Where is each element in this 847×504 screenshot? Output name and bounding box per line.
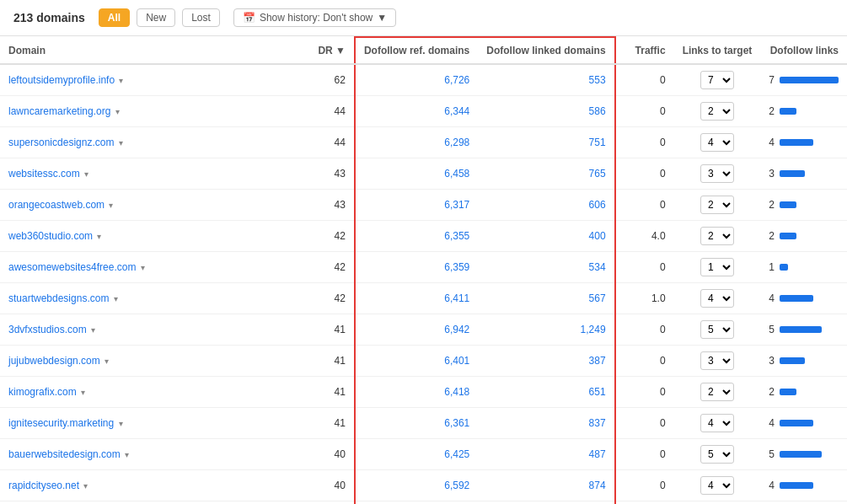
chevron-down-icon: ▼ bbox=[377, 12, 387, 24]
dofollow-ref-link[interactable]: 6,425 bbox=[444, 448, 469, 460]
col-header-dofollow-links[interactable]: Dofollow links bbox=[760, 37, 847, 64]
domain-link[interactable]: orangecoastweb.com bbox=[8, 199, 105, 211]
domain-dropdown-icon[interactable]: ▾ bbox=[84, 169, 88, 179]
dofollow-linked-link[interactable]: 487 bbox=[589, 448, 606, 460]
domain-link[interactable]: web360studio.com bbox=[8, 230, 93, 242]
domain-dropdown-icon[interactable]: ▾ bbox=[105, 357, 109, 366]
cell-dofollow-links: 3 bbox=[760, 158, 847, 190]
domain-link[interactable]: stuartwebdesigns.com bbox=[8, 292, 109, 304]
col-header-traffic[interactable]: Traffic bbox=[615, 37, 674, 64]
domain-link[interactable]: ignitesecurity.marketing bbox=[8, 417, 114, 429]
dofollow-linked-link[interactable]: 400 bbox=[589, 230, 606, 242]
dofollow-ref-link[interactable]: 6,361 bbox=[444, 417, 469, 429]
history-button[interactable]: 📅 Show history: Don't show ▼ bbox=[233, 8, 396, 27]
links-to-target-select[interactable]: 2 bbox=[700, 383, 734, 401]
domain-dropdown-icon[interactable]: ▾ bbox=[81, 388, 85, 397]
dofollow-ref-link[interactable]: 6,355 bbox=[444, 230, 469, 242]
dofollow-ref-link[interactable]: 6,298 bbox=[444, 137, 469, 148]
col-header-dr[interactable]: DR ▼ bbox=[304, 37, 355, 64]
domain-link[interactable]: awesomewebsites4free.com bbox=[8, 261, 136, 273]
links-to-target-select[interactable]: 4 bbox=[700, 289, 734, 308]
dofollow-linked-link[interactable]: 1,249 bbox=[581, 324, 606, 335]
domain-link[interactable]: jujubwebdesign.com bbox=[8, 355, 100, 367]
cell-dr: 43 bbox=[304, 158, 355, 190]
domain-dropdown-icon[interactable]: ▾ bbox=[114, 294, 118, 303]
dofollow-ref-link[interactable]: 6,458 bbox=[444, 168, 469, 180]
domain-link[interactable]: lawncaremarketing.org bbox=[8, 105, 110, 117]
filter-all-button[interactable]: All bbox=[99, 8, 130, 27]
dofollow-linked-link[interactable]: 387 bbox=[589, 355, 606, 367]
domain-dropdown-icon[interactable]: ▾ bbox=[125, 450, 129, 459]
cell-dofollow-ref: 6,401 bbox=[355, 346, 478, 377]
domain-link[interactable]: 3dvfxstudios.com bbox=[8, 324, 87, 335]
links-to-target-select[interactable]: 5 bbox=[700, 445, 734, 464]
dofollow-ref-link[interactable]: 6,344 bbox=[444, 105, 469, 117]
dofollow-linked-link[interactable]: 606 bbox=[589, 199, 606, 211]
links-to-target-select[interactable]: 3 bbox=[700, 351, 734, 370]
dofollow-ref-link[interactable]: 6,401 bbox=[444, 355, 469, 367]
dofollow-ref-link[interactable]: 6,942 bbox=[444, 324, 469, 335]
col-header-dofollow-linked[interactable]: Dofollow linked domains bbox=[478, 37, 614, 64]
cell-traffic: 1.0 bbox=[615, 283, 674, 314]
filter-lost-button[interactable]: Lost bbox=[182, 8, 220, 27]
domain-dropdown-icon[interactable]: ▾ bbox=[109, 201, 113, 210]
dofollow-linked-link[interactable]: 586 bbox=[589, 105, 606, 117]
table-header: Domain DR ▼ Dofollow ref. domains Dofoll… bbox=[0, 37, 847, 64]
domain-link[interactable]: websitessc.com bbox=[8, 168, 80, 180]
domain-link[interactable]: kimografix.com bbox=[8, 386, 77, 398]
dofollow-links-bar bbox=[780, 451, 822, 458]
domain-link[interactable]: leftoutsidemyprofile.info bbox=[8, 74, 115, 86]
domain-dropdown-icon[interactable]: ▾ bbox=[119, 138, 123, 147]
links-to-target-select[interactable]: 4 bbox=[700, 476, 734, 495]
domain-dropdown-icon[interactable]: ▾ bbox=[91, 325, 95, 335]
links-to-target-select[interactable]: 2 bbox=[700, 102, 734, 121]
links-to-target-select[interactable]: 4 bbox=[700, 414, 734, 432]
dofollow-linked-link[interactable]: 567 bbox=[589, 292, 606, 304]
cell-traffic: 0 bbox=[615, 158, 674, 190]
domain-link[interactable]: rapidcityseo.net bbox=[8, 480, 79, 491]
links-to-target-select[interactable]: 3 bbox=[700, 164, 734, 183]
domain-link[interactable]: supersonicdesignz.com bbox=[8, 137, 114, 148]
cell-dofollow-links: 2 bbox=[760, 221, 847, 252]
cell-domain: kimografix.com ▾ bbox=[0, 377, 304, 408]
col-header-dofollow-ref[interactable]: Dofollow ref. domains bbox=[355, 37, 478, 64]
dofollow-linked-link[interactable]: 534 bbox=[589, 261, 606, 273]
cell-links-to-target: 3 bbox=[674, 346, 761, 377]
dofollow-links-count: 4 bbox=[769, 417, 775, 429]
cell-traffic: 4.0 bbox=[615, 221, 674, 252]
cell-dofollow-links: 1 bbox=[760, 252, 847, 283]
domain-link[interactable]: bauerwebsitedesign.com bbox=[8, 448, 121, 460]
col-header-links-to-target[interactable]: Links to target bbox=[674, 37, 761, 64]
links-to-target-select[interactable]: 7 bbox=[700, 71, 734, 89]
dofollow-ref-link[interactable]: 6,592 bbox=[444, 480, 469, 491]
links-to-target-select[interactable]: 1 bbox=[700, 258, 734, 276]
dofollow-linked-link[interactable]: 651 bbox=[589, 386, 606, 398]
dofollow-ref-link[interactable]: 6,317 bbox=[444, 199, 469, 211]
cell-dofollow-ref: 6,411 bbox=[355, 283, 478, 314]
dofollow-linked-link[interactable]: 751 bbox=[589, 137, 606, 148]
links-to-target-select[interactable]: 2 bbox=[700, 227, 734, 245]
links-to-target-select[interactable]: 2 bbox=[700, 196, 734, 214]
domain-dropdown-icon[interactable]: ▾ bbox=[141, 263, 145, 272]
domain-dropdown-icon[interactable]: ▾ bbox=[97, 232, 101, 241]
dofollow-links-count: 4 bbox=[769, 137, 775, 148]
cell-dofollow-links: 5 bbox=[760, 314, 847, 346]
cell-dofollow-linked: 586 bbox=[478, 96, 614, 127]
filter-new-button[interactable]: New bbox=[137, 8, 175, 27]
dofollow-linked-link[interactable]: 765 bbox=[589, 168, 606, 180]
cell-dofollow-links: 2 bbox=[760, 96, 847, 127]
dofollow-linked-link[interactable]: 874 bbox=[589, 480, 606, 491]
links-to-target-select[interactable]: 5 bbox=[700, 320, 734, 339]
dofollow-ref-link[interactable]: 6,359 bbox=[444, 261, 469, 273]
dofollow-ref-link[interactable]: 6,726 bbox=[444, 74, 469, 86]
domain-dropdown-icon[interactable]: ▾ bbox=[119, 419, 123, 428]
dofollow-linked-link[interactable]: 837 bbox=[589, 417, 606, 429]
domain-dropdown-icon[interactable]: ▾ bbox=[83, 481, 88, 491]
dofollow-linked-link[interactable]: 553 bbox=[589, 74, 606, 86]
domain-dropdown-icon[interactable]: ▾ bbox=[119, 76, 123, 85]
domain-dropdown-icon[interactable]: ▾ bbox=[115, 107, 120, 116]
links-to-target-select[interactable]: 4 bbox=[700, 133, 734, 152]
dofollow-ref-link[interactable]: 6,418 bbox=[444, 386, 469, 398]
dofollow-links-count: 2 bbox=[769, 199, 775, 211]
dofollow-ref-link[interactable]: 6,411 bbox=[444, 292, 469, 304]
